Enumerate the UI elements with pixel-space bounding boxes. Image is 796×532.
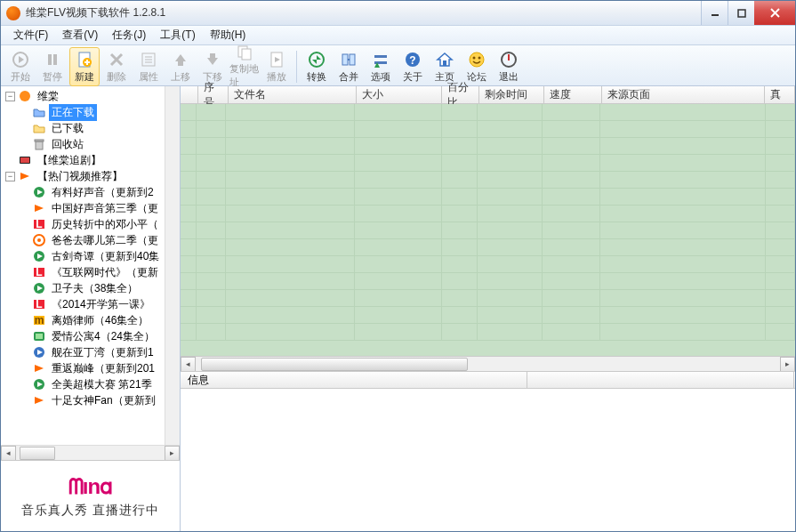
grid-row[interactable]: [181, 138, 795, 155]
menu-tasks[interactable]: 任务(J): [105, 26, 153, 44]
tree-label: 中国好声音第三季（更: [49, 200, 161, 217]
grid-row[interactable]: [181, 239, 795, 256]
svg-marker-5: [19, 56, 24, 63]
svg-rect-33: [374, 61, 387, 64]
expander-icon[interactable]: [20, 300, 29, 310]
grid-column-header[interactable]: 剩余时间: [479, 86, 544, 103]
grid-column-header[interactable]: 真: [765, 86, 795, 103]
expander-icon[interactable]: [20, 204, 29, 214]
tool-new-doc[interactable]: 新建: [69, 47, 100, 86]
expander-icon[interactable]: [20, 220, 29, 230]
expander-icon[interactable]: [20, 316, 29, 326]
tool-options[interactable]: 选项: [366, 47, 396, 86]
svg-point-56: [37, 238, 41, 242]
menu-tools[interactable]: 工具(T): [153, 26, 202, 44]
grid-hscroll[interactable]: ◂▸: [181, 356, 795, 371]
tree-item[interactable]: L历史转折中的邓小平（: [1, 216, 180, 232]
grid-row[interactable]: [181, 273, 795, 290]
svg-text:L: L: [36, 266, 42, 278]
grid-row[interactable]: [181, 290, 795, 307]
minimize-button[interactable]: [701, 1, 728, 25]
about-icon: ?: [403, 50, 422, 69]
expander-icon[interactable]: −: [5, 92, 15, 101]
tree-item[interactable]: m离婚律师（46集全）: [1, 312, 180, 328]
svg-rect-19: [178, 61, 183, 66]
expander-icon[interactable]: [20, 124, 29, 133]
tree-item[interactable]: L《互联网时代》（更新: [1, 264, 180, 280]
expander-icon[interactable]: [20, 332, 29, 342]
menu-file[interactable]: 文件(F): [6, 26, 55, 44]
tree-item[interactable]: 正在下载: [1, 104, 180, 120]
info-column-header[interactable]: 信息: [181, 372, 527, 388]
tool-convert[interactable]: 转换: [302, 47, 332, 86]
maximize-button[interactable]: [728, 1, 754, 25]
tree-item[interactable]: −维棠: [1, 88, 180, 104]
tree-item[interactable]: 回收站: [1, 136, 180, 152]
menu-help[interactable]: 帮助(H): [203, 26, 253, 44]
tool-about[interactable]: ?关于: [398, 47, 428, 86]
expander-icon[interactable]: [20, 396, 29, 406]
grid-row[interactable]: [181, 307, 795, 324]
tree-hscroll[interactable]: ◂▸: [1, 445, 180, 460]
ad-banner[interactable]: ᗰınɑ 音乐真人秀 直播进行中: [1, 460, 180, 531]
expander-icon[interactable]: [20, 268, 29, 278]
expander-icon[interactable]: [20, 380, 29, 390]
expander-icon[interactable]: [20, 236, 29, 246]
grid-row[interactable]: [181, 155, 795, 172]
grid-column-header[interactable]: 大小: [357, 86, 443, 103]
grid-column-header[interactable]: [181, 86, 198, 103]
info-column-header[interactable]: [527, 372, 794, 388]
expander-icon[interactable]: [20, 188, 29, 197]
tree-item[interactable]: 已下载: [1, 120, 180, 136]
grid-row[interactable]: [181, 324, 795, 341]
tree-item[interactable]: 中国好声音第三季（更: [1, 200, 180, 216]
expander-icon[interactable]: [20, 364, 29, 374]
tool-exit[interactable]: 退出: [494, 47, 524, 86]
grid-row[interactable]: [181, 256, 795, 273]
toolbar: 开始暂停新建删除属性上移下移复制地址播放转换合并选项?关于主页论坛退出: [1, 45, 795, 86]
expander-icon[interactable]: [20, 348, 29, 358]
tree-item[interactable]: 有料好声音（更新到2: [1, 184, 180, 200]
tree-item[interactable]: −【热门视频推荐】: [1, 168, 180, 184]
tree-item[interactable]: 爸爸去哪儿第二季（更: [1, 232, 180, 248]
tree-item[interactable]: 卫子夫（38集全）: [1, 280, 180, 296]
tree-item[interactable]: 古剑奇谭（更新到40集: [1, 248, 180, 264]
grid-column-header[interactable]: 百分比: [442, 86, 479, 103]
tool-label: 关于: [403, 70, 422, 84]
expander-icon[interactable]: [20, 108, 29, 117]
expander-icon[interactable]: [20, 284, 29, 294]
tool-label: 播放: [267, 70, 286, 84]
grid-row[interactable]: [181, 172, 795, 189]
tool-merge[interactable]: 合并: [334, 47, 364, 86]
tree-item[interactable]: 十足女神Fan（更新到: [1, 392, 180, 408]
tree-item[interactable]: 舰在亚丁湾（更新到1: [1, 344, 180, 360]
grid-row[interactable]: [181, 104, 795, 121]
expander-icon[interactable]: −: [5, 172, 15, 181]
grid-column-header[interactable]: 速度: [544, 86, 602, 103]
tool-label: 暂停: [43, 70, 62, 84]
svg-rect-30: [350, 54, 355, 65]
grid-row[interactable]: [181, 206, 795, 222]
grid-column-header[interactable]: 来源页面: [602, 86, 764, 103]
tool-label: 新建: [75, 70, 94, 84]
grid-row[interactable]: [181, 121, 795, 138]
expander-icon[interactable]: [20, 140, 29, 149]
tree-item[interactable]: L《2014开学第一课》: [1, 296, 180, 312]
menu-view[interactable]: 查看(V): [55, 26, 105, 44]
letv-icon: L: [32, 265, 46, 279]
close-button[interactable]: [754, 1, 795, 25]
expander-icon[interactable]: [20, 252, 29, 262]
expander-icon[interactable]: [5, 156, 15, 165]
grid-column-header[interactable]: 序号: [198, 86, 229, 103]
grid-column-header[interactable]: 文件名: [229, 86, 356, 103]
tree-item[interactable]: 【维棠追剧】: [1, 152, 180, 168]
tree-item[interactable]: 重返巅峰（更新到201: [1, 360, 180, 376]
grid-row[interactable]: [181, 222, 795, 239]
grid-row[interactable]: [181, 189, 795, 206]
info-panel: 信息: [181, 371, 795, 531]
tree-vscroll[interactable]: [165, 86, 180, 445]
tree-item[interactable]: 全美超模大赛 第21季: [1, 376, 180, 392]
play-blue-icon: [32, 345, 46, 359]
grid-body[interactable]: [181, 104, 795, 356]
tree-item[interactable]: 爱情公寓4（24集全）: [1, 328, 180, 344]
